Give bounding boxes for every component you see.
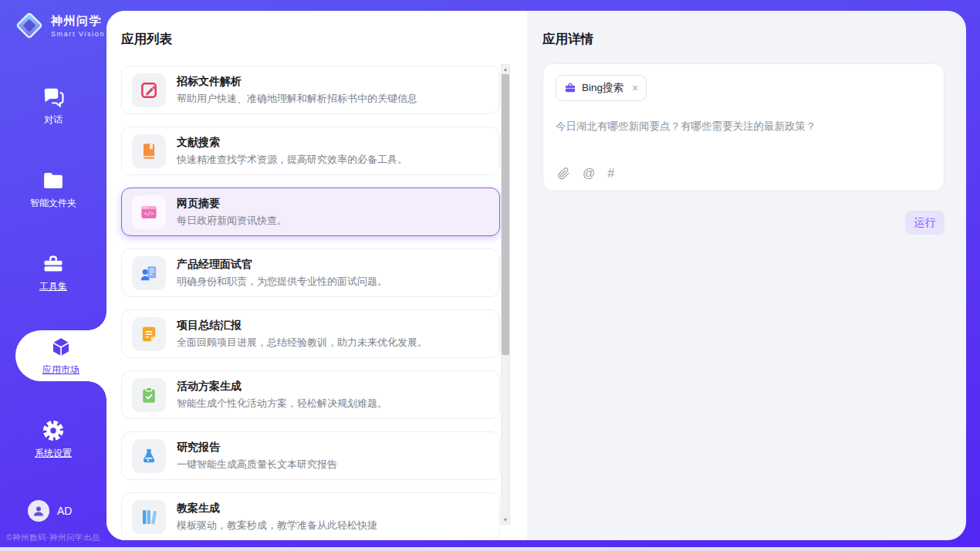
composer-card[interactable]: Bing搜索 × 今日湖北有哪些新闻要点？有哪些需要关注的最新政策？ @ # (542, 63, 945, 191)
app-desc: 帮助用户快速、准确地理解和解析招标书中的关键信息 (177, 92, 417, 106)
books-icon (132, 500, 166, 534)
main-content: 应用列表 招标文件解析 帮助用户快速、准确地理解和解析招标书中的关键信息 文献搜… (106, 11, 966, 540)
app-card-3[interactable]: </> 网页摘要 每日政府新闻资讯快查。 (121, 188, 500, 236)
scroll-down-icon[interactable]: ▼ (502, 517, 509, 522)
app-desc: 模板驱动，教案秒成，教学准备从此轻松快捷 (177, 519, 377, 532)
paperclip-icon[interactable] (556, 167, 570, 181)
app-card-1[interactable]: 招标文件解析 帮助用户快速、准确地理解和解析招标书中的关键信息 (121, 66, 500, 114)
user-row[interactable]: AD (28, 500, 72, 522)
scrollbar-thumb[interactable] (502, 74, 509, 355)
avatar[interactable] (28, 500, 49, 522)
toolbox-icon (42, 252, 65, 276)
app-card-2[interactable]: 文献搜索 快速精准查找学术资源，提高研究效率的必备工具。 (121, 127, 500, 175)
sidebar-item-4[interactable]: 应用市场 (15, 330, 106, 381)
app-card-7[interactable]: 研究报告 一键智能生成高质量长文本研究报告 (121, 431, 500, 480)
sidebar-footer: ©神州数码·神州问学出品 (0, 532, 106, 543)
sidebar-item-label: 对话 (44, 113, 63, 127)
clipboard-check-icon (132, 378, 166, 412)
briefcase-icon (564, 82, 576, 94)
tool-chip[interactable]: Bing搜索 × (556, 75, 647, 101)
app-desc: 全面回顾项目进展，总结经验教训，助力未来优化发展。 (177, 336, 427, 350)
scroll-up-icon[interactable]: ▲ (502, 66, 509, 72)
user-initials: AD (57, 505, 72, 517)
app-detail-title: 应用详情 (542, 31, 945, 48)
cube-icon (49, 335, 73, 360)
app-detail-panel: 应用详情 Bing搜索 × 今日湖北有哪些新闻要点？有哪些需要关注的最新政策？ … (527, 11, 966, 540)
window-bottom-edge (0, 547, 980, 551)
app-desc: 一键智能生成高质量长文本研究报告 (177, 458, 337, 472)
note-icon (132, 317, 166, 351)
report-icon (132, 439, 166, 473)
sidebar-item-label: 智能文件夹 (30, 197, 76, 210)
sidebar-nav: 对话 智能文件夹 工具集 应用市场 系统设置 (0, 80, 106, 497)
run-button[interactable]: 运行 (905, 211, 945, 235)
sidebar-item-2[interactable]: 智能文件夹 (0, 164, 106, 215)
app-name: 项目总结汇报 (177, 319, 427, 333)
sidebar-item-5[interactable]: 系统设置 (0, 414, 106, 465)
sidebar: 神州问学 Smart Vision 对话 智能文件夹 工具集 应用市场 系统设置… (0, 0, 106, 551)
folder-icon (42, 168, 65, 193)
app-desc: 快速精准查找学术资源，提高研究效率的必备工具。 (177, 153, 407, 167)
app-card-4[interactable]: 产品经理面试官 明确身份和职责，为您提供专业性的面试问题。 (121, 248, 500, 297)
app-name: 活动方案生成 (177, 380, 387, 394)
brand-logo: 神州问学 Smart Vision (0, 0, 106, 41)
brand-name: 神州问学 (51, 14, 105, 29)
query-input[interactable]: 今日湖北有哪些新闻要点？有哪些需要关注的最新政策？ (556, 120, 931, 134)
app-name: 研究报告 (177, 441, 337, 455)
app-list: 招标文件解析 帮助用户快速、准确地理解和解析招标书中的关键信息 文献搜索 快速精… (121, 66, 500, 540)
composer-icons: @ # (556, 167, 614, 181)
chat-icon (42, 85, 65, 110)
app-desc: 智能生成个性化活动方案，轻松解决规划难题。 (177, 397, 387, 411)
diamond-logo-icon (14, 10, 45, 41)
app-card-6[interactable]: 活动方案生成 智能生成个性化活动方案，轻松解决规划难题。 (121, 370, 500, 419)
sidebar-item-label: 应用市场 (42, 363, 79, 377)
sidebar-item-label: 系统设置 (35, 447, 72, 460)
app-list-panel: 应用列表 招标文件解析 帮助用户快速、准确地理解和解析招标书中的关键信息 文献搜… (106, 11, 527, 540)
app-desc: 明确身份和职责，为您提供专业性的面试问题。 (177, 275, 387, 289)
app-card-8[interactable]: 教案生成 模板驱动，教案秒成，教学准备从此轻松快捷 (121, 492, 500, 540)
hash-icon[interactable]: # (607, 167, 614, 181)
person-icon (32, 504, 46, 518)
app-name: 教案生成 (177, 502, 377, 516)
interviewer-icon (132, 256, 166, 290)
app-card-5[interactable]: 项目总结汇报 全面回顾项目进展，总结经验教训，助力未来优化发展。 (121, 309, 500, 358)
sidebar-item-1[interactable]: 对话 (0, 80, 106, 131)
sidebar-item-3[interactable]: 工具集 (0, 247, 106, 298)
app-name: 招标文件解析 (177, 75, 417, 89)
at-icon[interactable]: @ (583, 167, 595, 181)
browser-code-icon: </> (132, 195, 166, 229)
scrollbar[interactable]: ▲ ▼ (501, 64, 510, 525)
close-icon[interactable]: × (632, 83, 638, 93)
app-desc: 每日政府新闻资讯快查。 (177, 214, 287, 228)
app-name: 网页摘要 (177, 197, 287, 211)
gear-icon (42, 418, 65, 443)
book-icon (132, 134, 166, 168)
tool-chip-label: Bing搜索 (582, 81, 623, 95)
app-list-title: 应用列表 (121, 31, 527, 48)
svg-text:</>: </> (144, 211, 154, 217)
pencil-square-icon (132, 73, 166, 107)
app-name: 产品经理面试官 (177, 258, 387, 272)
app-name: 文献搜索 (177, 136, 407, 150)
brand-tagline: Smart Vision (51, 30, 105, 38)
sidebar-item-label: 工具集 (39, 280, 67, 293)
